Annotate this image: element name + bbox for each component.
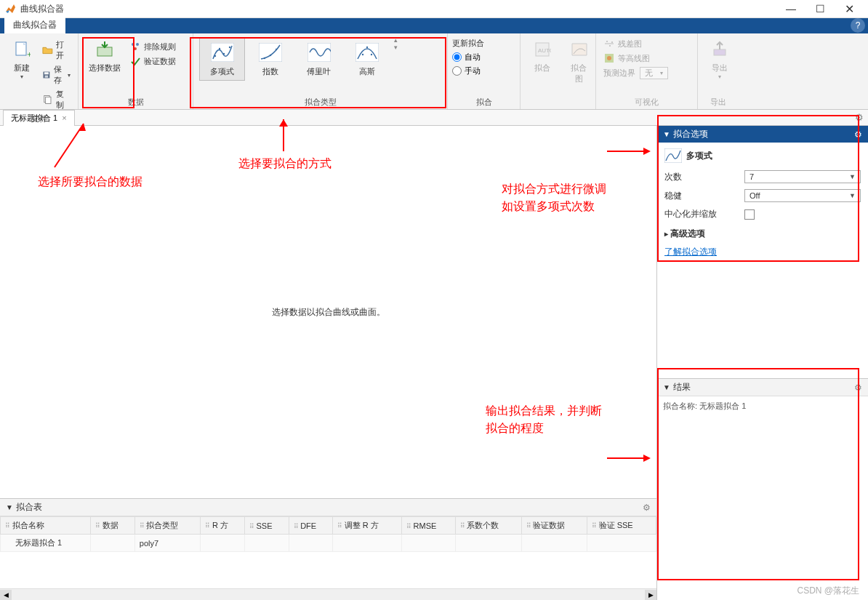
gaussian-icon <box>355 43 379 63</box>
svg-point-12 <box>214 55 215 57</box>
file-group-label: 文件 <box>4 112 73 124</box>
ribbon-group-updatefit: 更新拟合 自动 手动 拟合 <box>448 33 521 109</box>
main-area: 选择数据以拟合曲线或曲面。 ▼拟合表⚙ 拟合名称数据拟合类型R 方SSEDFE调… <box>0 126 868 600</box>
ribbon-group-fittype: 多项式 指数 傅里叶 高斯 ▴▾ 拟合类型 <box>193 33 448 109</box>
chevron-down-icon: ▼ <box>849 192 856 199</box>
table-col-header[interactable]: 数据 <box>91 517 135 535</box>
svg-point-24 <box>371 54 372 55</box>
fit-table-header[interactable]: ▼拟合表⚙ <box>0 499 656 516</box>
matlab-logo-icon <box>4 3 16 15</box>
canvas-area: 选择数据以拟合曲线或曲面。 <box>0 126 656 498</box>
robust-row: 稳健 Off▼ <box>664 186 861 205</box>
table-col-header[interactable]: 拟合名称 <box>1 517 91 535</box>
results-fitname: 拟合名称: 无标题拟合 1 <box>663 401 746 410</box>
svg-rect-6 <box>46 97 51 103</box>
resid-button: 残差图 <box>600 36 645 51</box>
maximize-button[interactable]: ☐ <box>805 0 835 18</box>
ribbon-tab-main[interactable]: 曲线拟合器 <box>4 17 65 33</box>
svg-point-22 <box>362 54 363 55</box>
table-col-header[interactable]: 拟合类型 <box>134 517 201 535</box>
ribbon-group-viz: 残差图 等高线图 预测边界无▾ 可视化 <box>596 33 698 109</box>
validate-data-button[interactable]: 验证数据 <box>126 54 179 68</box>
table-col-header[interactable]: 验证 SSE <box>587 517 656 535</box>
svg-point-29 <box>609 45 611 47</box>
svg-point-30 <box>611 41 613 43</box>
ribbon-group-file: ＋ 新建 ▾ 打开 保存▾ 复制 文件 <box>0 33 79 109</box>
svg-point-10 <box>134 47 137 50</box>
contour-icon <box>603 52 615 64</box>
fittype-fourier-button[interactable]: 傅里叶 <box>296 38 342 81</box>
window-title: 曲线拟合器 <box>20 3 776 15</box>
fitopt-gear-icon[interactable]: ⚙ <box>854 129 862 140</box>
table-col-header[interactable]: SSE <box>245 517 289 535</box>
svg-rect-20 <box>308 43 331 62</box>
ribbon: ＋ 新建 ▾ 打开 保存▾ 复制 文件 选择数据 排除规则 验证数据 数据 <box>0 33 868 110</box>
table-col-header[interactable]: RMSE <box>402 517 456 535</box>
table-row[interactable]: 无标题拟合 1 poly7 <box>1 535 656 552</box>
degree-select[interactable]: 7▼ <box>744 170 861 183</box>
help-button[interactable]: ? <box>851 18 865 33</box>
minimize-button[interactable]: ― <box>776 0 805 18</box>
results-header[interactable]: ▼结果⚙ <box>657 379 868 396</box>
results-gear-icon[interactable]: ⚙ <box>854 383 862 393</box>
ribbon-group-export: 导出▾ 导出 <box>698 33 739 109</box>
fittable-gear-icon[interactable]: ⚙ <box>643 503 651 513</box>
scroll-left-button[interactable]: ◀ <box>0 590 12 600</box>
svg-point-19 <box>276 49 277 50</box>
fit-options-body: 多项式 次数 7▼ 稳健 Off▼ 中心化并缩放 高级选项 了解拟合选项 <box>657 143 868 267</box>
fittype-gallery-nav[interactable]: ▴▾ <box>391 36 401 51</box>
ribbon-tabstrip: 曲线拟合器 ? <box>0 18 868 33</box>
close-button[interactable]: ✕ <box>835 0 864 18</box>
save-button[interactable]: 保存▾ <box>39 63 73 87</box>
fit-type-label: 多项式 <box>686 150 712 162</box>
fit-options-header[interactable]: ▼拟合选项⚙ <box>657 126 868 143</box>
svg-point-13 <box>218 48 220 49</box>
ribbon-fit-button-group: AUTO拟合 <box>521 33 557 109</box>
h-scrollbar[interactable]: ◀▶ <box>0 588 656 600</box>
contour-button: 等高线图 <box>600 51 653 65</box>
fittype-exponential-button[interactable]: 指数 <box>248 38 293 81</box>
watermark: CSDN @落花生 <box>797 585 859 597</box>
exclude-icon <box>129 41 141 52</box>
right-column: ▼拟合选项⚙ 多项式 次数 7▼ 稳健 Off▼ 中心化并缩放 高级选项 了解拟… <box>657 126 868 600</box>
fittype-gaussian-button[interactable]: 高斯 <box>345 38 390 81</box>
copy-icon <box>42 94 53 105</box>
open-button[interactable]: 打开 <box>39 38 73 63</box>
svg-rect-33 <box>714 49 726 55</box>
fittype-polynomial-button[interactable]: 多项式 <box>199 38 245 81</box>
scroll-right-button[interactable]: ▶ <box>645 590 656 600</box>
svg-rect-7 <box>97 47 112 56</box>
exclude-rules-button[interactable]: 排除规则 <box>126 39 179 54</box>
svg-rect-3 <box>44 72 49 74</box>
docktabs-gear-icon[interactable]: ⚙ <box>855 112 864 123</box>
table-col-header[interactable]: 调整 R 方 <box>333 517 402 535</box>
table-col-header[interactable]: 验证数据 <box>521 517 587 535</box>
advanced-options-toggle[interactable]: 高级选项 <box>664 223 861 243</box>
table-col-header[interactable]: DFE <box>289 517 333 535</box>
center-scale-checkbox[interactable] <box>744 209 755 220</box>
svg-point-18 <box>270 55 271 56</box>
export-button: 导出▾ <box>702 36 737 83</box>
degree-row: 次数 7▼ <box>664 167 861 186</box>
svg-point-9 <box>136 43 139 46</box>
table-col-header[interactable]: 系数个数 <box>455 517 521 535</box>
copy-button[interactable]: 复制 <box>39 87 73 112</box>
export-icon <box>710 39 730 60</box>
robust-select[interactable]: Off▼ <box>744 189 861 202</box>
radio-auto[interactable]: 自动 <box>452 50 481 64</box>
fit-table: 拟合名称数据拟合类型R 方SSEDFE调整 R 方RMSE系数个数验证数据验证 … <box>0 516 656 552</box>
fit-table-panel: ▼拟合表⚙ 拟合名称数据拟合类型R 方SSEDFE调整 R 方RMSE系数个数验… <box>0 498 656 600</box>
updatefit-group-label: 拟合 <box>452 95 515 108</box>
select-data-button[interactable]: 选择数据 <box>83 36 126 76</box>
radio-manual[interactable]: 手动 <box>452 64 481 78</box>
data-group-label: 数据 <box>83 95 188 108</box>
new-label: 新建 <box>14 63 30 73</box>
title-bar: 曲线拟合器 ― ☐ ✕ <box>0 0 868 18</box>
learn-fit-options-link[interactable]: 了解拟合选项 <box>664 243 717 261</box>
new-file-icon: ＋ <box>12 39 32 60</box>
table-col-header[interactable]: R 方 <box>201 517 245 535</box>
new-button[interactable]: ＋ 新建 ▾ <box>4 36 39 83</box>
fourier-icon <box>308 43 331 63</box>
fittype-group-label: 拟合类型 <box>198 95 443 108</box>
left-column: 选择数据以拟合曲线或曲面。 ▼拟合表⚙ 拟合名称数据拟合类型R 方SSEDFE调… <box>0 126 657 600</box>
